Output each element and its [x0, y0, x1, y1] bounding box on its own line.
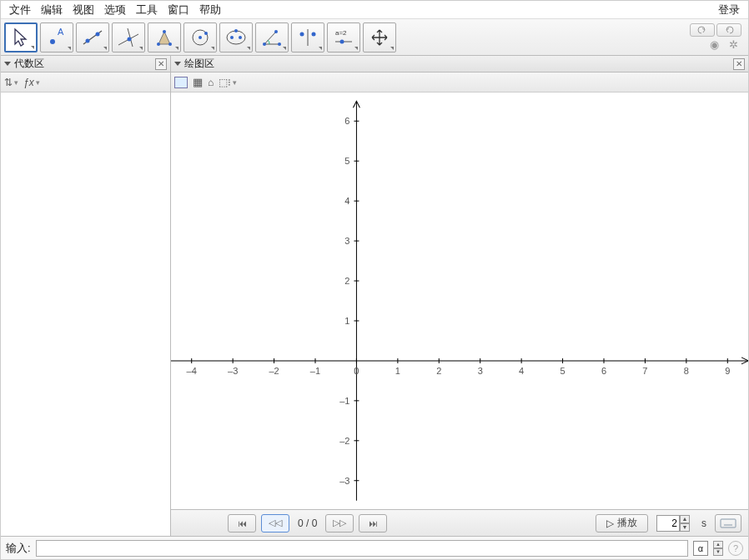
input-bar: 输入: α ▲ ▼ ? [1, 536, 748, 559]
menubar: 文件 编辑 视图 选项 工具 窗口 帮助 登录 [1, 1, 748, 19]
sort-button[interactable]: ⇅ ▾ [4, 77, 18, 88]
graphics-subbar: ▦ ⌂ ⬚⁝ ▾ [171, 72, 748, 92]
svg-text:4: 4 [519, 366, 524, 376]
svg-text:–2: –2 [339, 436, 349, 446]
tool-angle[interactable] [255, 22, 289, 52]
point-icon: A [44, 26, 69, 49]
svg-point-13 [199, 36, 202, 39]
tool-perpendicular[interactable] [112, 22, 145, 52]
input-label: 输入: [6, 541, 31, 556]
graphics-title-bar[interactable]: 绘图区 ✕ [171, 56, 748, 72]
grid-toggle[interactable]: ▦ [193, 76, 203, 88]
angle-icon [259, 26, 284, 49]
menu-file[interactable]: 文件 [4, 1, 36, 19]
menu-edit[interactable]: 编辑 [36, 1, 68, 19]
content-area: 代数区 ✕ ⇅ ▾ ƒx ▾ 绘图区 ✕ ▦ ⌂ ⬚⁝ ▾ –4–3–2 [1, 56, 748, 536]
tool-polygon[interactable] [148, 22, 181, 52]
menu-help[interactable]: 帮助 [194, 1, 226, 19]
tool-point[interactable]: A [40, 22, 73, 52]
nav-first-button[interactable]: ⏮ [228, 514, 256, 532]
svg-text:3: 3 [478, 366, 483, 376]
aux-button[interactable]: ƒx ▾ [23, 77, 40, 88]
nav-prev-button[interactable]: ◁◁ [261, 514, 289, 532]
svg-text:2: 2 [436, 366, 441, 376]
svg-text:–3: –3 [228, 366, 238, 376]
history-down[interactable]: ▼ [713, 548, 723, 556]
properties-icon[interactable]: ◉ [710, 38, 719, 51]
tool-reflect[interactable] [291, 22, 324, 52]
algebra-title: 代数区 [14, 57, 44, 71]
svg-rect-76 [721, 519, 736, 528]
tool-move-view[interactable] [363, 22, 396, 52]
gear-icon[interactable]: ✲ [729, 38, 738, 51]
spinner-down[interactable]: ▼ [680, 523, 690, 532]
menu-login[interactable]: 登录 [713, 1, 745, 19]
svg-text:0: 0 [354, 366, 359, 376]
spinner-up[interactable]: ▲ [680, 515, 690, 523]
svg-point-16 [230, 36, 234, 39]
nav-next-button[interactable]: ▷▷ [325, 514, 354, 532]
menu-tools[interactable]: 工具 [131, 1, 163, 19]
svg-text:1: 1 [344, 316, 349, 326]
keyboard-icon [720, 518, 736, 528]
svg-text:1: 1 [395, 366, 400, 376]
skip-first-icon: ⏮ [238, 518, 247, 528]
close-icon[interactable]: ✕ [733, 58, 745, 70]
snap-button[interactable]: ⬚⁝ ▾ [219, 77, 237, 88]
svg-text:A: A [58, 27, 64, 37]
tool-circle[interactable] [183, 22, 217, 52]
menu-view[interactable]: 视图 [68, 1, 99, 19]
toolbar: A a=2 [1, 19, 748, 56]
nav-step-count: 0 / 0 [294, 518, 320, 529]
svg-point-9 [157, 42, 160, 46]
frame-spinner[interactable]: ▲ ▼ [656, 514, 690, 532]
svg-point-14 [204, 32, 208, 35]
perpendicular-icon [116, 26, 141, 49]
algebra-panel: 代数区 ✕ ⇅ ▾ ƒx ▾ [1, 56, 171, 536]
svg-point-17 [239, 36, 242, 39]
menu-options[interactable]: 选项 [99, 1, 131, 19]
svg-point-0 [50, 39, 55, 44]
menu-window[interactable]: 窗口 [163, 1, 194, 19]
svg-text:5: 5 [344, 156, 349, 166]
svg-point-11 [163, 30, 166, 33]
svg-point-18 [234, 29, 238, 32]
svg-point-20 [278, 42, 281, 46]
tool-line[interactable] [76, 22, 109, 52]
graphics-canvas[interactable]: –4–3–2–10123456789–3–2–1123456 [171, 92, 748, 509]
svg-text:–1: –1 [310, 366, 320, 376]
svg-point-19 [263, 42, 266, 46]
reflect-icon [295, 26, 320, 49]
svg-text:–4: –4 [187, 366, 197, 376]
play-label: 播放 [617, 516, 637, 530]
redo-icon [723, 26, 735, 34]
nav-last-button[interactable]: ⏭ [359, 514, 387, 532]
axes-toggle[interactable] [174, 77, 188, 88]
frame-input[interactable] [656, 515, 680, 532]
undo-button[interactable] [690, 23, 715, 37]
skip-next-icon: ▷▷ [333, 518, 346, 528]
close-icon[interactable]: ✕ [155, 58, 167, 70]
algebra-body[interactable] [1, 92, 170, 536]
redo-button[interactable] [716, 23, 741, 37]
svg-point-7 [128, 37, 132, 41]
svg-text:–3: –3 [339, 476, 349, 486]
tool-conic[interactable] [219, 22, 253, 52]
tool-move[interactable] [4, 22, 38, 52]
tool-slider[interactable]: a=2 [327, 22, 360, 52]
algebra-title-bar[interactable]: 代数区 ✕ [1, 56, 170, 72]
keyboard-button[interactable] [715, 514, 741, 532]
move-view-icon [367, 26, 392, 49]
svg-text:–1: –1 [339, 396, 349, 406]
coordinate-plane: –4–3–2–10123456789–3–2–1123456 [171, 92, 748, 509]
command-input[interactable] [36, 540, 688, 557]
svg-point-3 [86, 38, 90, 42]
alpha-button[interactable]: α [693, 541, 708, 556]
svg-marker-8 [158, 32, 170, 44]
svg-point-27 [340, 39, 344, 43]
home-button[interactable]: ⌂ [208, 77, 214, 88]
help-button[interactable]: ? [728, 541, 743, 556]
play-button[interactable]: ▷ 播放 [596, 514, 648, 532]
history-up[interactable]: ▲ [713, 541, 723, 548]
slider-icon: a=2 [331, 26, 356, 49]
